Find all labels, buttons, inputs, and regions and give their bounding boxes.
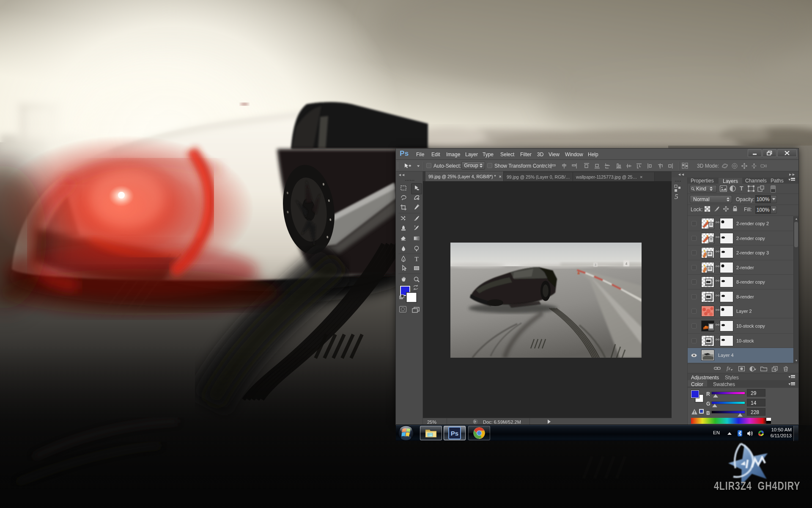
svg-text:4: 4 <box>625 262 627 266</box>
svg-text:3: 3 <box>595 263 596 266</box>
svg-text:T: T <box>414 256 418 262</box>
